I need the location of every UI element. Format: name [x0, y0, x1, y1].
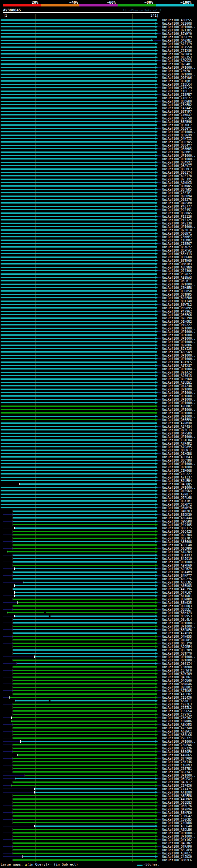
alignment-row[interactable]: UniRef100_UPI000..: [0, 395, 197, 398]
subject-label[interactable]: UniRef100_Q7PL67: [162, 591, 192, 594]
subject-label[interactable]: UniRef100_UPI000..: [162, 357, 195, 361]
subject-label[interactable]: UniRef100_C5XEU2: [162, 103, 192, 106]
subject-label[interactable]: UniRef100_Q1XGD8: [162, 452, 192, 456]
subject-label[interactable]: UniRef100_Q0D0Q3: [162, 604, 192, 608]
subject-label[interactable]: UniRef100_C7YTC1: [162, 713, 192, 716]
subject-label[interactable]: UniRef100_C6HT62: [162, 716, 192, 720]
subject-label[interactable]: UniRef100_A8NXM3: [162, 723, 192, 726]
alignment-row[interactable]: UniRef100_C7YTC1: [0, 713, 197, 716]
alignment-row[interactable]: UniRef100_Q8MTM3: [0, 262, 197, 266]
subject-label[interactable]: UniRef100_B6RB96: [162, 120, 192, 123]
subject-label[interactable]: UniRef100_UPI000..: [162, 408, 195, 411]
alignment-row[interactable]: UniRef100_Q801I4: [0, 662, 197, 665]
alignment-row[interactable]: UniRef100_Q90YW6: [0, 76, 197, 80]
subject-label[interactable]: UniRef100_O76190: [162, 316, 192, 320]
subject-label[interactable]: UniRef100_Q8LBI1: [162, 279, 192, 283]
alignment-row[interactable]: UniRef100_B7PFS8: [0, 117, 197, 120]
subject-label[interactable]: UniRef100_C5FWF0: [162, 669, 192, 672]
subject-label[interactable]: UniRef100_Q6PBE3: [162, 167, 192, 171]
subject-label[interactable]: UniRef100_UPI000..: [162, 560, 195, 564]
subject-label[interactable]: UniRef100_B4JQ19: [162, 557, 192, 560]
subject-label[interactable]: UniRef100_Q95276: [162, 198, 192, 202]
alignment-row[interactable]: UniRef100_Q86EP8: [0, 418, 197, 422]
alignment-row[interactable]: UniRef100_UPI000..: [0, 130, 197, 134]
alignment-row[interactable]: UniRef100_C5XEU2: [0, 103, 197, 106]
alignment-row[interactable]: UniRef100_A7R4R2: [0, 442, 197, 445]
subject-label[interactable]: UniRef100_Q38HU5: [162, 147, 192, 151]
alignment-row[interactable]: UniRef100_UPI000..: [0, 388, 197, 391]
alignment-row[interactable]: UniRef100_P26321: [0, 737, 197, 740]
alignment-row[interactable]: UniRef100_C1BL29: [0, 86, 197, 90]
alignment-row[interactable]: UniRef100_A4HMK9: [0, 798, 197, 801]
alignment-row[interactable]: UniRef100_B6SQF0: [0, 750, 197, 753]
subject-label[interactable]: UniRef100_Q5BEL7: [162, 608, 192, 611]
subject-label[interactable]: UniRef100_B0KWN5: [162, 184, 192, 188]
subject-label[interactable]: UniRef100_A2QRE4: [162, 645, 192, 648]
alignment-row[interactable]: UniRef100_Q8TFY0: [0, 652, 197, 655]
alignment-row[interactable]: UniRef100_Q90YW5: [0, 141, 197, 144]
alignment-row[interactable]: UniRef100_C1BM02: [0, 239, 197, 242]
subject-label[interactable]: UniRef100_B8M2C6: [162, 859, 192, 862]
subject-label[interactable]: UniRef100_Q86LY6: [162, 804, 192, 808]
subject-label[interactable]: UniRef100_C4JA45: [162, 106, 192, 110]
alignment-row[interactable]: UniRef100_A6SLG6: [0, 733, 197, 737]
alignment-row[interactable]: UniRef100_C5GCB5: [0, 818, 197, 821]
subject-label[interactable]: UniRef100_Q627R7: [162, 537, 192, 540]
alignment-row[interactable]: UniRef100_B8P326: [0, 747, 197, 750]
alignment-row[interactable]: UniRef100_C6HT62: [0, 716, 197, 720]
alignment-row[interactable]: UniRef100_Q4CU60: [0, 679, 197, 682]
alignment-row[interactable]: UniRef100_A8NXM3: [0, 723, 197, 726]
subject-label[interactable]: UniRef100_C0H8E8: [162, 286, 192, 289]
subject-label[interactable]: UniRef100_B5G1T4: [162, 171, 192, 174]
alignment-row[interactable]: UniRef100_UPI000..: [0, 283, 197, 286]
alignment-row[interactable]: UniRef100_A9UDR2: [0, 405, 197, 408]
alignment-row[interactable]: UniRef100_P15125: [0, 218, 197, 222]
subject-label[interactable]: UniRef100_B2YI25: [162, 347, 192, 350]
alignment-row[interactable]: UniRef100_C5P6X6: [0, 784, 197, 787]
subject-label[interactable]: UniRef100_B5X5S8: [162, 45, 192, 49]
alignment-row[interactable]: UniRef100_UPI000..: [0, 408, 197, 411]
subject-label[interactable]: UniRef100_B2YHY0: [162, 32, 192, 35]
subject-label[interactable]: UniRef100_Q4FWT2: [162, 780, 192, 784]
subject-label[interactable]: UniRef100_Q801I4: [162, 662, 192, 665]
alignment-row[interactable]: UniRef100_A7APX9: [0, 631, 197, 635]
subject-label[interactable]: UniRef100_A5E640: [162, 825, 192, 828]
alignment-row[interactable]: UniRef100_B6RB96: [0, 120, 197, 123]
subject-label[interactable]: UniRef100_C5KB00: [162, 665, 192, 669]
alignment-row[interactable]: UniRef100_B6KPK0: [0, 811, 197, 814]
alignment-row[interactable]: UniRef100_B5DGK8: [0, 255, 197, 259]
alignment-row[interactable]: UniRef100_B5XFA1: [0, 249, 197, 252]
subject-label[interactable]: UniRef100_Q75C13: [162, 428, 192, 432]
alignment-row[interactable]: UniRef100_C5MG42: [0, 814, 197, 818]
subject-label[interactable]: UniRef100_C7IXS6: [162, 49, 192, 52]
alignment-row[interactable]: UniRef100_B9SEY9: [0, 35, 197, 39]
subject-label[interactable]: UniRef100_UPI000..: [162, 395, 195, 398]
alignment-row[interactable]: UniRef100_P47962: [0, 310, 197, 313]
subject-label[interactable]: UniRef100_A1CPH2: [162, 692, 192, 696]
alignment-row[interactable]: UniRef100_C1BFB7: [0, 93, 197, 96]
subject-label[interactable]: UniRef100_A7R8T7: [162, 493, 192, 496]
alignment-row[interactable]: UniRef100_Q4P5H9: [0, 432, 197, 435]
alignment-row[interactable]: UniRef100_O76190: [0, 316, 197, 320]
alignment-row[interactable]: UniRef100_A7S1I9: [0, 42, 197, 45]
alignment-row[interactable]: UniRef100_B5G1T4: [0, 171, 197, 174]
alignment-row[interactable]: UniRef100_Q4R5M0: [0, 202, 197, 205]
alignment-row[interactable]: UniRef100_A5DLB6: [0, 828, 197, 831]
subject-label[interactable]: UniRef100_O44248: [162, 384, 192, 388]
alignment-row[interactable]: UniRef100_B7TJH5: [0, 29, 197, 32]
alignment-row[interactable]: UniRef100_A3F4S4: [0, 425, 197, 428]
alignment-row[interactable]: UniRef100_UPI000..: [0, 659, 197, 662]
alignment-row[interactable]: UniRef100_B6AAM9: [0, 570, 197, 574]
alignment-row[interactable]: UniRef100_Q56FG6: [0, 313, 197, 316]
subject-label[interactable]: UniRef100_C5KI46: [162, 760, 192, 764]
subject-label[interactable]: UniRef100_Q4CU60: [162, 679, 192, 682]
alignment-row[interactable]: UniRef100_Q7RAP0: [0, 845, 197, 848]
subject-label[interactable]: UniRef100_B7FPQ0: [162, 757, 192, 760]
subject-label[interactable]: UniRef100_C4Y475: [162, 787, 192, 791]
subject-label[interactable]: UniRef100_Q7ZUI0: [162, 228, 192, 232]
subject-label[interactable]: UniRef100_Q4N655: [162, 635, 192, 638]
alignment-row[interactable]: UniRef100_B4JQ19: [0, 557, 197, 560]
subject-label[interactable]: UniRef100_O65353: [162, 56, 192, 59]
alignment-row[interactable]: UniRef100_Q75C13: [0, 428, 197, 432]
alignment-row[interactable]: UniRef100_Q9Y0H6: [0, 344, 197, 347]
